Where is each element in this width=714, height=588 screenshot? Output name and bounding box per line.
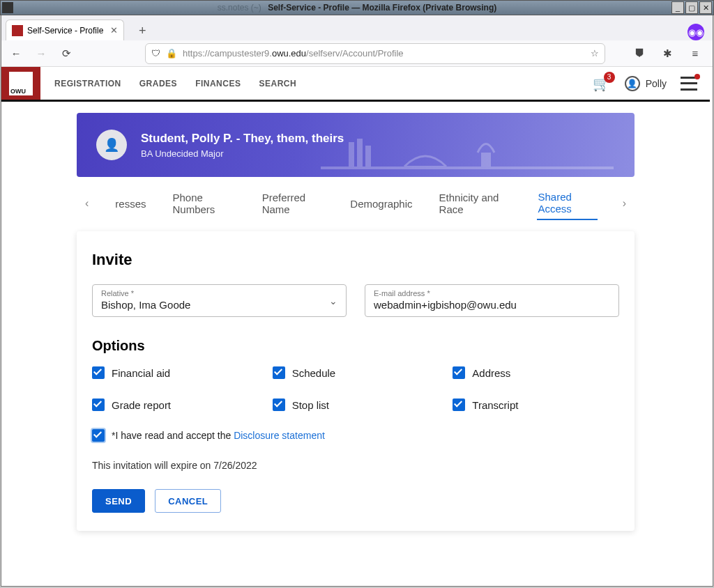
shield-icon[interactable]: 🛡 <box>151 48 160 59</box>
option-grade-report[interactable]: Grade report <box>92 399 259 411</box>
ublock-icon[interactable]: ⛊ <box>630 45 648 63</box>
tab-preferred-name[interactable]: Preferred Name <box>261 187 326 219</box>
browser-tab-active[interactable]: Self-Service - Profile ✕ <box>6 20 124 40</box>
checkbox-disclosure[interactable] <box>92 429 105 442</box>
top-nav: REGISTRATION GRADES FINANCES SEARCH <box>40 67 296 100</box>
option-label: Schedule <box>292 367 336 379</box>
tab-phone-numbers[interactable]: Phone Numbers <box>172 187 237 219</box>
checkbox-transcript[interactable] <box>453 399 465 411</box>
user-avatar-icon: 👤 <box>625 76 640 91</box>
option-stop-list[interactable]: Stop list <box>273 399 439 411</box>
option-label: Address <box>472 367 510 379</box>
user-name: Polly <box>646 78 667 89</box>
invite-card: Invite Relative * Bishop, Ima Goode ⌄ E-… <box>77 231 635 531</box>
tab-ethnicity-race[interactable]: Ethnicity and Race <box>438 187 513 219</box>
disclosure-text: *I have read and accept the Disclosure s… <box>112 430 325 441</box>
option-label: Financial aid <box>112 367 170 379</box>
options-grid: Financial aid Schedule Address Grad <box>92 366 619 411</box>
firefox-menu-button[interactable]: ≡ <box>686 45 704 63</box>
option-financial-aid[interactable]: Financial aid <box>92 366 259 379</box>
url-text: https://campustester9.owu.edu/selfserv/A… <box>183 48 585 59</box>
titlebar-title: Self-Service - Profile — Mozilla Firefox… <box>268 3 496 13</box>
svg-rect-3 <box>365 146 371 167</box>
window-close-button[interactable]: ✕ <box>699 1 712 14</box>
browser-toolbar: ← → ⟳ 🛡 🔒 https://campustester9.owu.edu/… <box>1 40 713 67</box>
app-header: REGISTRATION GRADES FINANCES SEARCH 🛒 3 … <box>1 67 710 102</box>
nav-finances[interactable]: FINANCES <box>195 79 241 88</box>
private-browsing-icon: ◉◉ <box>688 24 704 40</box>
hero-decoration <box>321 128 614 177</box>
nav-search[interactable]: SEARCH <box>259 79 296 88</box>
email-value: webadmin+igbishop@owu.edu <box>374 299 610 311</box>
relative-value: Bishop, Ima Goode <box>101 299 337 311</box>
nav-back-button[interactable]: ← <box>7 45 25 63</box>
svg-rect-1 <box>349 142 354 167</box>
nav-registration[interactable]: REGISTRATION <box>54 79 121 88</box>
tab-demographic[interactable]: Demographic <box>349 194 413 214</box>
option-label: Stop list <box>292 399 329 411</box>
option-address[interactable]: Address <box>453 366 619 379</box>
email-field[interactable]: E-mail address * webadmin+igbishop@owu.e… <box>365 284 619 317</box>
invitation-expire-text: This invitation will expire on 7/26/2022 <box>92 460 619 471</box>
tab-shared-access[interactable]: Shared Access <box>537 187 598 220</box>
svg-rect-2 <box>357 139 363 167</box>
tab-title: Self-Service - Profile <box>27 26 103 36</box>
cancel-button[interactable]: CANCEL <box>155 489 221 513</box>
option-schedule[interactable]: Schedule <box>273 366 439 379</box>
disclosure-link[interactable]: Disclosure statement <box>234 430 325 441</box>
checkbox-financial-aid[interactable] <box>92 366 105 379</box>
app-menu-button[interactable] <box>681 77 697 91</box>
page-viewport: REGISTRATION GRADES FINANCES SEARCH 🛒 3 … <box>1 67 713 586</box>
new-tab-button[interactable]: + <box>132 21 152 40</box>
send-button[interactable]: SEND <box>92 489 145 513</box>
relative-label: Relative * <box>101 289 337 297</box>
profile-hero: 👤 Student, Polly P. - They, them, theirs… <box>77 113 635 177</box>
checkbox-schedule[interactable] <box>273 366 285 379</box>
option-label: Grade report <box>112 399 171 411</box>
option-transcript[interactable]: Transcript <box>453 399 619 411</box>
profile-major: BA Undecided Major <box>141 148 344 159</box>
nav-grades[interactable]: GRADES <box>139 79 177 88</box>
os-window-titlebar: ss.notes (~) Self-Service - Profile — Mo… <box>0 0 714 15</box>
disclosure-row: *I have read and accept the Disclosure s… <box>92 429 619 442</box>
options-heading: Options <box>92 338 619 354</box>
subtabs-scroll-right[interactable]: › <box>621 194 628 212</box>
app-menu-icon[interactable] <box>2 2 13 13</box>
subtabs-scroll-left[interactable]: ‹ <box>84 194 90 212</box>
relative-select[interactable]: Relative * Bishop, Ima Goode ⌄ <box>92 284 347 317</box>
checkbox-grade-report[interactable] <box>92 399 105 411</box>
nav-reload-button[interactable]: ⟳ <box>57 45 75 63</box>
titlebar-background-app: ss.notes (~) <box>218 3 261 13</box>
browser-tabstrip: Self-Service - Profile ✕ + ◉◉ <box>1 15 713 40</box>
extension-icon[interactable]: ✱ <box>658 45 676 63</box>
firefox-window: Self-Service - Profile ✕ + ◉◉ ← → ⟳ 🛡 🔒 … <box>1 15 713 587</box>
checkbox-address[interactable] <box>453 366 465 379</box>
user-menu[interactable]: 👤 Polly <box>625 76 667 91</box>
window-minimize-button[interactable]: _ <box>671 1 684 14</box>
checkbox-stop-list[interactable] <box>273 399 285 411</box>
cart-badge: 3 <box>604 72 615 83</box>
app-menu-notification-dot <box>694 74 700 79</box>
nav-forward-button[interactable]: → <box>32 45 50 63</box>
profile-name: Student, Polly P. - They, them, theirs <box>141 132 344 146</box>
tab-close-icon[interactable]: ✕ <box>110 25 118 36</box>
email-label: E-mail address * <box>374 289 610 297</box>
url-bar[interactable]: 🛡 🔒 https://campustester9.owu.edu/selfse… <box>145 43 605 64</box>
window-maximize-button[interactable]: ▢ <box>685 1 698 14</box>
profile-subtabs: ‹ resses Phone Numbers Preferred Name De… <box>77 177 635 227</box>
tab-favicon <box>12 25 23 36</box>
invite-heading: Invite <box>92 251 619 269</box>
bookmark-star-icon[interactable]: ☆ <box>591 48 599 59</box>
cart-button[interactable]: 🛒 3 <box>593 75 611 93</box>
brand-logo[interactable] <box>1 67 40 100</box>
lock-icon[interactable]: 🔒 <box>166 48 177 59</box>
tab-addresses[interactable]: resses <box>114 194 147 214</box>
svg-rect-4 <box>481 153 491 167</box>
option-label: Transcript <box>472 399 518 411</box>
svg-rect-0 <box>321 167 614 169</box>
profile-avatar-icon: 👤 <box>96 130 127 160</box>
